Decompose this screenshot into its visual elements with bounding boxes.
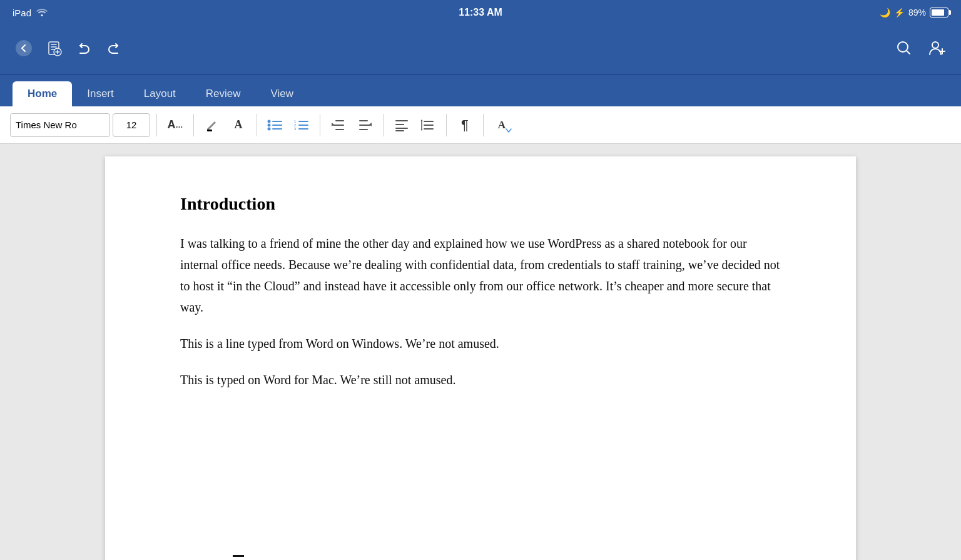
numbered-list-button[interactable]: 1 2 3 bbox=[290, 113, 313, 137]
svg-rect-15 bbox=[298, 121, 308, 122]
svg-rect-30 bbox=[424, 128, 434, 130]
divider-1 bbox=[156, 114, 157, 136]
svg-point-8 bbox=[268, 127, 271, 130]
back-button[interactable] bbox=[13, 37, 35, 63]
svg-rect-29 bbox=[424, 125, 434, 126]
battery-icon bbox=[930, 8, 948, 18]
format-toolbar: A… A 1 2 3 bbox=[0, 106, 961, 144]
svg-rect-11 bbox=[272, 128, 282, 130]
svg-rect-28 bbox=[424, 121, 434, 122]
align-left-button[interactable] bbox=[390, 113, 414, 137]
svg-rect-20 bbox=[335, 129, 344, 130]
moon-icon: 🌙 bbox=[880, 8, 890, 18]
battery-percent: 89% bbox=[908, 8, 926, 18]
divider-4 bbox=[320, 114, 320, 136]
line-spacing-button[interactable] bbox=[416, 113, 440, 137]
svg-rect-25 bbox=[395, 124, 404, 125]
document-paragraph-3[interactable]: This is typed on Word for Mac. We’re sti… bbox=[180, 369, 781, 390]
highlight-button[interactable] bbox=[200, 113, 224, 137]
divider-6 bbox=[446, 114, 447, 136]
redo-button[interactable] bbox=[103, 37, 125, 63]
divider-7 bbox=[483, 114, 484, 136]
toolbar-nav-buttons bbox=[13, 37, 125, 63]
svg-rect-23 bbox=[359, 129, 368, 130]
document-area: Introduction I was talking to a friend o… bbox=[0, 144, 961, 560]
font-options-button[interactable]: A… bbox=[163, 113, 187, 137]
device-label: iPad bbox=[13, 8, 31, 18]
search-button[interactable] bbox=[893, 38, 915, 63]
svg-rect-26 bbox=[395, 128, 408, 129]
tab-review[interactable]: Review bbox=[191, 81, 256, 106]
svg-rect-5 bbox=[207, 130, 212, 131]
tab-view[interactable]: View bbox=[256, 81, 309, 106]
svg-rect-9 bbox=[272, 121, 282, 122]
status-time: 11:33 AM bbox=[459, 7, 502, 18]
toolbar-right-buttons bbox=[893, 36, 948, 64]
indent-button[interactable] bbox=[353, 113, 377, 137]
document-page[interactable]: Introduction I was talking to a friend o… bbox=[105, 156, 856, 560]
svg-rect-19 bbox=[333, 125, 344, 126]
svg-rect-18 bbox=[335, 120, 344, 121]
font-color-button[interactable]: A bbox=[226, 113, 250, 137]
svg-rect-17 bbox=[298, 128, 308, 130]
add-user-button[interactable] bbox=[925, 36, 948, 64]
undo-button[interactable] bbox=[73, 37, 95, 63]
bullet-list-button[interactable] bbox=[263, 113, 287, 137]
svg-point-4 bbox=[932, 42, 938, 48]
document-paragraph-1[interactable]: I was talking to a friend of mine the ot… bbox=[180, 233, 781, 318]
status-right: 🌙 ⚡ 89% bbox=[880, 8, 948, 18]
tab-bar: Home Insert Layout Review View bbox=[0, 75, 961, 106]
svg-point-7 bbox=[268, 123, 271, 126]
file-button[interactable] bbox=[43, 37, 65, 63]
tab-layout[interactable]: Layout bbox=[129, 81, 191, 106]
status-left: iPad bbox=[13, 8, 48, 18]
svg-rect-16 bbox=[298, 125, 308, 126]
svg-rect-22 bbox=[359, 125, 370, 126]
divider-5 bbox=[383, 114, 384, 136]
paragraph-mark-button[interactable]: ¶ bbox=[453, 113, 477, 137]
tab-home[interactable]: Home bbox=[13, 81, 72, 106]
svg-text:3: 3 bbox=[294, 127, 297, 131]
divider-3 bbox=[257, 114, 257, 136]
document-paragraph-2[interactable]: This is a line typed from Word on Window… bbox=[180, 333, 781, 354]
document-heading: Introduction bbox=[180, 194, 781, 214]
main-toolbar bbox=[0, 25, 961, 75]
outdent-button[interactable] bbox=[327, 113, 350, 137]
styles-button[interactable]: A bbox=[490, 113, 514, 137]
status-bar: iPad 11:33 AM 🌙 ⚡ 89% bbox=[0, 0, 961, 25]
svg-point-6 bbox=[268, 120, 271, 123]
bluetooth-icon: ⚡ bbox=[894, 8, 905, 18]
svg-rect-21 bbox=[359, 120, 368, 121]
tab-insert[interactable]: Insert bbox=[72, 81, 129, 106]
svg-rect-24 bbox=[395, 120, 408, 121]
wifi-icon bbox=[36, 8, 48, 18]
svg-rect-10 bbox=[272, 125, 282, 126]
font-family-input[interactable] bbox=[10, 113, 110, 137]
divider-2 bbox=[193, 114, 194, 136]
font-size-input[interactable] bbox=[113, 113, 150, 137]
svg-rect-27 bbox=[395, 130, 404, 131]
svg-point-0 bbox=[16, 40, 32, 56]
